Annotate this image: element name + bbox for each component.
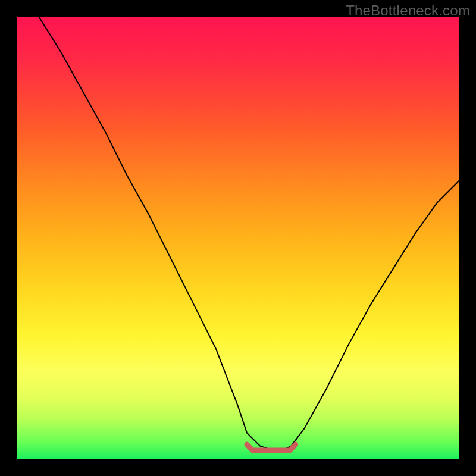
bottleneck-curve [39,17,459,450]
curve-svg [17,17,459,459]
chart-frame: TheBottleneck.com [0,0,476,476]
watermark-text: TheBottleneck.com [346,2,470,19]
plot-area [17,17,459,459]
